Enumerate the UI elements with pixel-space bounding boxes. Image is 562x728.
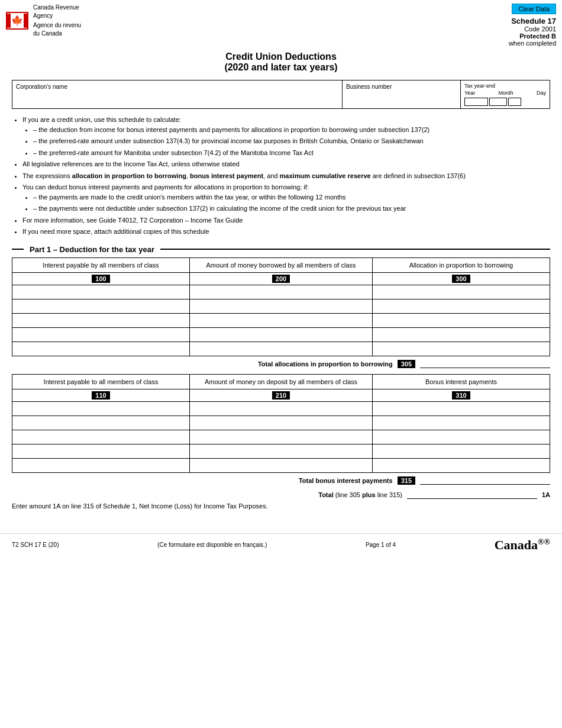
business-number-input[interactable]	[346, 95, 457, 102]
table1-code-200: 200	[272, 275, 290, 283]
t1-r1-c2[interactable]	[193, 288, 369, 297]
french-note: (Ce formulaire est disponible en françai…	[157, 542, 267, 548]
table2-code-310: 310	[452, 391, 470, 400]
agency-en2: Agency	[33, 12, 53, 19]
t1-r3-c1[interactable]	[16, 316, 186, 325]
day-label: Day	[537, 90, 546, 96]
instruction-4: You can deduct bonus interest payments a…	[22, 182, 550, 214]
instruction-4b: the payments were not deductible under s…	[33, 204, 550, 214]
t2-r1-c1[interactable]	[16, 404, 186, 413]
line-1a-label: 1A	[542, 491, 550, 498]
agency-fr: Agence du revenu	[33, 22, 81, 28]
table1-code-100: 100	[92, 275, 109, 283]
agency-fr2: du Canada	[33, 30, 62, 37]
table-row	[12, 342, 550, 356]
t2-r4-c2[interactable]	[193, 447, 369, 456]
month-input[interactable]	[489, 98, 507, 106]
t2-r2-c3[interactable]	[376, 418, 546, 427]
instruction-1a: the deduction from income for bonus inte…	[33, 125, 550, 135]
table-row	[12, 401, 550, 415]
table2-code-110: 110	[92, 391, 109, 400]
page-title-line2: (2020 and later tax years)	[0, 62, 562, 73]
day-input[interactable]	[508, 98, 521, 106]
corp-name-input[interactable]	[16, 95, 338, 102]
clear-data-button[interactable]: Clear Data	[512, 4, 556, 14]
instruction-5: For more information, see Guide T4012, T…	[22, 215, 550, 226]
table2-col2-header: Amount of money on deposit by all member…	[205, 378, 357, 385]
t1-r2-c2[interactable]	[193, 302, 369, 311]
t1-r4-c3[interactable]	[376, 330, 546, 339]
page-number: Page 1 of 4	[366, 542, 396, 548]
t2-r4-c1[interactable]	[16, 447, 186, 456]
part1-title: Part 1 – Deduction for the tax year	[30, 245, 154, 254]
schedule-title: Schedule 17	[511, 17, 556, 25]
t2-r5-c2[interactable]	[193, 461, 369, 470]
total1-input[interactable]	[420, 360, 550, 367]
t1-r5-c3[interactable]	[376, 344, 546, 353]
total1-code: 305	[398, 360, 415, 368]
table2-code-210: 210	[272, 391, 290, 400]
t1-r2-c1[interactable]	[16, 302, 186, 311]
total2-input[interactable]	[420, 476, 550, 484]
t2-r4-c3[interactable]	[376, 447, 546, 456]
table-row	[12, 299, 550, 313]
table2-col1-header: Interest payable to all members of class	[44, 378, 159, 385]
protected-label: Protected B	[519, 33, 556, 40]
total2-code: 315	[398, 476, 415, 485]
t2-r1-c3[interactable]	[376, 404, 546, 413]
t1-r1-c1[interactable]	[16, 288, 186, 297]
t1-r4-c1[interactable]	[16, 330, 186, 339]
t2-r2-c2[interactable]	[193, 418, 369, 427]
total-final-label: Total (line 305 plus line 315)	[318, 491, 402, 498]
t2-r5-c3[interactable]	[376, 461, 546, 470]
year-label: Year	[464, 90, 475, 96]
t2-r2-c1[interactable]	[16, 418, 186, 427]
t1-r5-c2[interactable]	[193, 344, 369, 353]
t2-r3-c1[interactable]	[16, 433, 186, 442]
business-number-label: Business number	[346, 83, 392, 90]
instruction-3: The expressions allocation in proportion…	[22, 171, 550, 181]
page-title-line1: Credit Union Deductions	[0, 51, 562, 62]
table1-code-300: 300	[452, 275, 470, 283]
t2-r3-c2[interactable]	[193, 433, 369, 442]
schedule-code: Code 2001	[524, 25, 556, 33]
table-row	[12, 327, 550, 342]
year-input[interactable]	[464, 98, 488, 106]
t1-r2-c3[interactable]	[376, 302, 546, 311]
instruction-6: If you need more space, attach additiona…	[22, 227, 550, 237]
instruction-2: All legislative references are to the In…	[22, 159, 550, 169]
canada-wordmark: Canada®®	[495, 537, 550, 553]
instruction-1c: the preferred-rate amount for Manitoba u…	[33, 148, 550, 158]
table-row	[12, 415, 550, 430]
table1-col3-header: Allocation in proportion to borrowing	[409, 262, 513, 269]
t2-r3-c3[interactable]	[376, 433, 546, 442]
total1-label: Total allocations in proportion to borro…	[258, 360, 393, 368]
table-row	[12, 285, 550, 299]
t1-r5-c1[interactable]	[16, 344, 186, 353]
table-row	[12, 313, 550, 327]
when-completed: when completed	[509, 40, 556, 47]
table-row	[12, 458, 550, 472]
form-id: T2 SCH 17 E (20)	[12, 542, 59, 548]
t1-r4-c2[interactable]	[193, 330, 369, 339]
table2-col3-header: Bonus interest payments	[425, 378, 497, 385]
total-final-input[interactable]	[407, 491, 537, 498]
t2-r1-c2[interactable]	[193, 404, 369, 413]
t1-r3-c2[interactable]	[193, 316, 369, 325]
table1-col2-header: Amount of money borrowed by all members …	[206, 262, 356, 269]
table1-col1-header: Interest payable by all members of class	[43, 262, 159, 269]
instruction-1b: the preferred-rate amount under subsecti…	[33, 136, 550, 146]
agency-en: Canada Revenue	[33, 4, 79, 11]
instruction-4a: the payments are made to the credit unio…	[33, 192, 550, 202]
tax-year-end-label: Tax year-end	[464, 83, 495, 89]
t1-r1-c3[interactable]	[376, 288, 546, 297]
t1-r3-c3[interactable]	[376, 316, 546, 325]
enter-note: Enter amount 1A on line 315 of Schedule …	[12, 502, 268, 510]
table-row	[12, 444, 550, 458]
instruction-1: If you are a credit union, use this sche…	[22, 115, 550, 157]
month-label: Month	[499, 90, 513, 96]
table-row	[12, 430, 550, 444]
total2-label: Total bonus interest payments	[299, 477, 393, 484]
t2-r5-c1[interactable]	[16, 461, 186, 470]
corp-name-label: Corporation's name	[16, 83, 67, 90]
